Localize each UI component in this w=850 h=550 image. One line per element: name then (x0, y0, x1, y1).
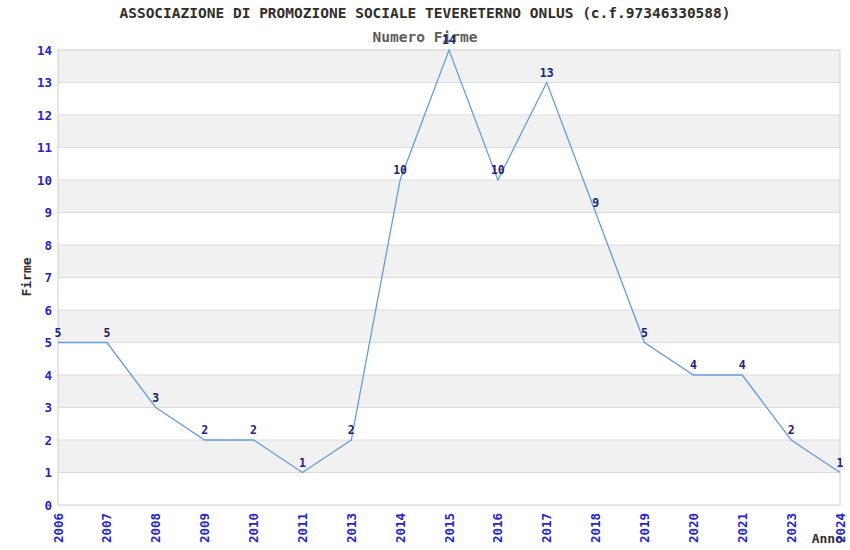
y-tick-label: 14 (37, 43, 52, 58)
point-label: 10 (491, 163, 505, 177)
x-tick-label: 2008 (148, 513, 163, 543)
grid-band (58, 115, 840, 148)
x-tick-label: 2011 (295, 513, 310, 543)
y-tick-label: 13 (37, 75, 52, 90)
point-label: 9 (592, 196, 599, 210)
x-tick-label: 2020 (686, 513, 701, 543)
x-tick-label: 2017 (539, 513, 554, 543)
y-tick-label: 0 (44, 498, 52, 513)
y-tick-label: 8 (44, 238, 52, 253)
x-tick-label: 2009 (197, 513, 212, 543)
x-tick-label: 2007 (99, 513, 114, 543)
x-tick-label: 2016 (490, 513, 505, 543)
x-tick-label: 2013 (344, 513, 359, 543)
x-tick-label: 2015 (442, 513, 457, 543)
x-tick-label: 2010 (246, 513, 261, 543)
grid-band (58, 440, 840, 473)
x-tick-label: 2024 (833, 513, 848, 543)
point-label: 1 (837, 456, 844, 470)
y-tick-label: 9 (44, 205, 52, 220)
point-label: 14 (442, 33, 456, 47)
y-tick-label: 6 (44, 303, 52, 318)
y-tick-label: 5 (44, 335, 52, 350)
point-label: 1 (299, 456, 306, 470)
point-label: 5 (103, 326, 110, 340)
y-tick-label: 7 (44, 270, 52, 285)
point-label: 2 (348, 423, 355, 437)
point-label: 4 (690, 358, 697, 372)
line-chart: ASSOCIAZIONE DI PROMOZIONE SOCIALE TEVER… (0, 0, 850, 550)
point-label: 2 (788, 423, 795, 437)
y-tick-label: 2 (44, 433, 52, 448)
point-label: 10 (393, 163, 407, 177)
point-label: 3 (152, 391, 159, 405)
point-label: 5 (55, 326, 62, 340)
plot-area: 0123456789101112131420062007200820092010… (0, 0, 850, 550)
x-tick-label: 2019 (637, 513, 652, 543)
y-tick-label: 4 (44, 368, 52, 383)
x-tick-label: 2021 (735, 513, 750, 543)
grid-band (58, 310, 840, 343)
point-label: 4 (739, 358, 746, 372)
point-label: 5 (641, 326, 648, 340)
y-tick-label: 10 (37, 173, 52, 188)
y-tick-label: 1 (44, 465, 52, 480)
y-tick-label: 3 (44, 400, 52, 415)
x-tick-label: 2014 (393, 513, 408, 543)
grid-band (58, 180, 840, 213)
y-tick-label: 12 (37, 108, 52, 123)
x-tick-label: 2018 (588, 513, 603, 543)
point-label: 13 (540, 66, 554, 80)
point-label: 2 (201, 423, 208, 437)
x-tick-label: 2006 (51, 513, 66, 543)
y-tick-label: 11 (37, 140, 52, 155)
grid-band (58, 375, 840, 408)
point-label: 2 (250, 423, 257, 437)
grid-band (58, 245, 840, 278)
x-tick-label: 2023 (784, 513, 799, 543)
grid-band (58, 50, 840, 83)
